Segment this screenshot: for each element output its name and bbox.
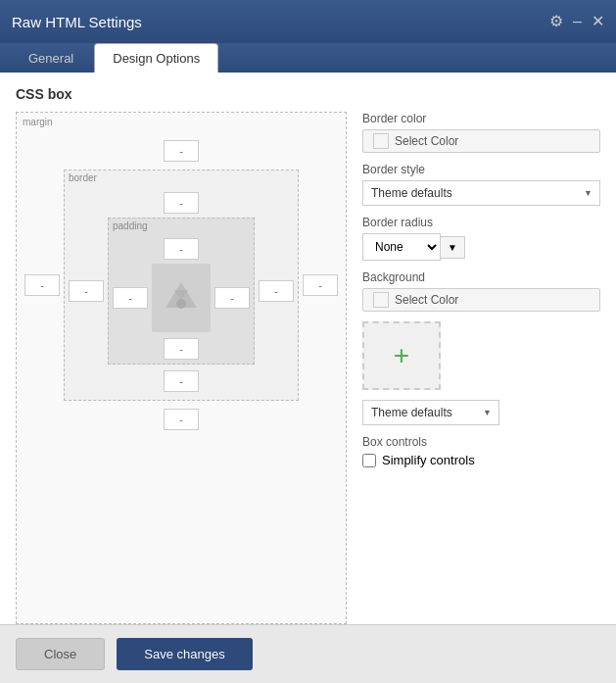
padding-bottom-input[interactable]: - bbox=[164, 338, 199, 360]
border-color-group: Border color Select Color bbox=[362, 112, 600, 153]
tab-general[interactable]: General bbox=[10, 43, 92, 73]
simplify-controls-row: Simplify controls bbox=[362, 453, 600, 467]
padding-top-input[interactable]: - bbox=[164, 238, 199, 260]
border-label: border bbox=[69, 172, 97, 183]
border-radius-select[interactable]: None 2px 4px 6px bbox=[362, 233, 441, 261]
title-bar-controls: ⚙ – ✕ bbox=[549, 14, 604, 29]
border-color-button[interactable]: Select Color bbox=[362, 129, 600, 153]
padding-label: padding bbox=[113, 220, 148, 231]
margin-top-input[interactable]: - bbox=[164, 140, 199, 162]
tabs-bar: General Design Options bbox=[0, 43, 616, 73]
simplify-controls-checkbox[interactable] bbox=[362, 454, 376, 467]
border-style-wrapper: Theme defaults None Solid Dashed Dotted bbox=[362, 180, 600, 206]
minimize-button[interactable]: – bbox=[573, 14, 582, 29]
margin-diagram: - - border - - bbox=[24, 121, 338, 438]
window-title: Raw HTML Settings bbox=[12, 14, 142, 30]
margin-bottom-input[interactable]: - bbox=[164, 409, 199, 430]
add-icon: + bbox=[394, 340, 409, 371]
padding-right-input[interactable]: - bbox=[214, 287, 250, 309]
border-color-btn-label: Select Color bbox=[395, 134, 458, 148]
title-bar: Raw HTML Settings ⚙ – ✕ bbox=[0, 0, 616, 43]
border-style-group: Border style Theme defaults None Solid D… bbox=[362, 163, 600, 206]
background-group: Background Select Color bbox=[362, 270, 600, 312]
padding-left-input[interactable]: - bbox=[113, 287, 148, 309]
gear-button[interactable]: ⚙ bbox=[549, 14, 563, 29]
footer: Close Save changes bbox=[0, 624, 616, 683]
svg-point-1 bbox=[176, 299, 186, 309]
box-controls-group: Box controls Simplify controls bbox=[362, 435, 600, 467]
border-right-input[interactable]: - bbox=[259, 280, 294, 302]
padding-box: padding - - bbox=[108, 218, 255, 365]
content-area: CSS box margin - - border bbox=[0, 73, 616, 624]
simplify-controls-label: Simplify controls bbox=[382, 453, 475, 467]
margin-right-input[interactable]: - bbox=[303, 274, 338, 296]
background-color-button[interactable]: Select Color bbox=[362, 288, 600, 312]
border-bottom-input[interactable]: - bbox=[164, 370, 199, 392]
border-radius-label: Border radius bbox=[362, 216, 600, 229]
border-style-select[interactable]: Theme defaults None Solid Dashed Dotted bbox=[362, 180, 600, 206]
margin-left-input[interactable]: - bbox=[24, 274, 60, 296]
content-area-box bbox=[152, 264, 211, 332]
wpb-icon bbox=[160, 276, 203, 319]
close-button[interactable]: ✕ bbox=[592, 14, 604, 29]
window: Raw HTML Settings ⚙ – ✕ General Design O… bbox=[0, 0, 616, 683]
css-box-title: CSS box bbox=[16, 86, 600, 102]
border-box: border - - padding - bbox=[64, 170, 299, 401]
margin-mid-row: - border - - padding bbox=[24, 166, 338, 405]
bg-theme-defaults-wrapper: Theme defaults Custom bbox=[362, 400, 499, 425]
close-button[interactable]: Close bbox=[16, 638, 105, 670]
right-panel: Border color Select Color Border style T… bbox=[362, 112, 600, 624]
background-label: Background bbox=[362, 270, 600, 284]
margin-label: margin bbox=[23, 117, 53, 127]
background-btn-label: Select Color bbox=[395, 293, 458, 307]
bg-theme-defaults-select[interactable]: Theme defaults Custom bbox=[362, 400, 499, 425]
box-controls-label: Box controls bbox=[362, 435, 600, 449]
border-color-swatch bbox=[373, 133, 389, 149]
save-changes-button[interactable]: Save changes bbox=[117, 638, 252, 670]
background-image-add[interactable]: + bbox=[362, 321, 441, 390]
border-mid-row: - padding - - bbox=[69, 214, 294, 368]
border-radius-toggle[interactable]: ▼ bbox=[441, 236, 465, 259]
border-left-input[interactable]: - bbox=[69, 280, 104, 302]
background-color-swatch bbox=[373, 292, 389, 308]
border-radius-group: Border radius None 2px 4px 6px ▼ bbox=[362, 216, 600, 261]
border-color-label: Border color bbox=[362, 112, 600, 125]
css-box-diagram: margin - - border - bbox=[16, 112, 347, 624]
border-radius-row: None 2px 4px 6px ▼ bbox=[362, 233, 600, 261]
border-style-label: Border style bbox=[362, 163, 600, 176]
border-top-input[interactable]: - bbox=[164, 192, 199, 214]
tab-design-options[interactable]: Design Options bbox=[94, 43, 218, 73]
main-area: margin - - border - bbox=[16, 112, 600, 624]
